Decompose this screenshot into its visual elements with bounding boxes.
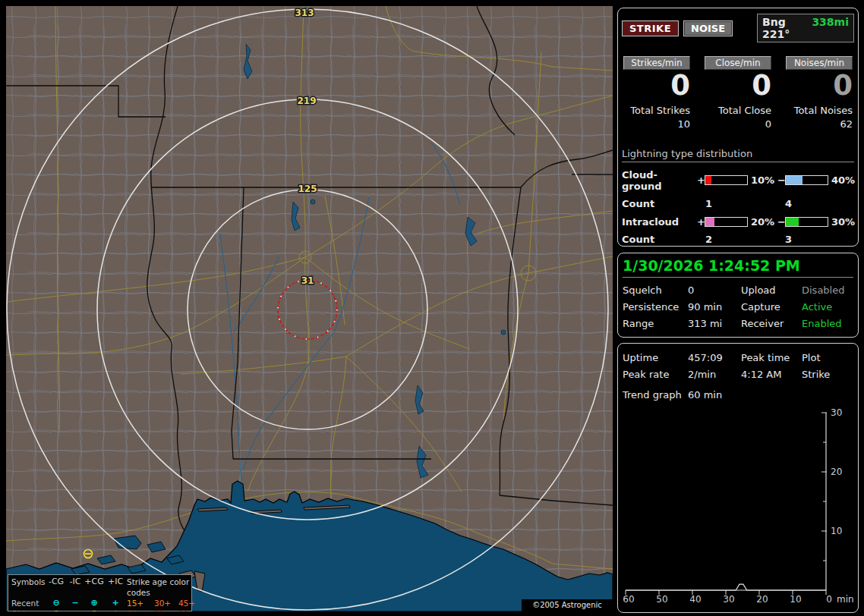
neg-cg-count: 4 xyxy=(785,198,792,209)
intracloud-label: Intracloud xyxy=(622,216,697,228)
strikes-per-min-button[interactable]: Strikes/min xyxy=(623,56,690,70)
intracloud-row: Intracloud + 20% − 30% xyxy=(622,216,858,228)
legend-row-old-label: Old xyxy=(11,608,46,611)
legend-col-neg-ic: -IC xyxy=(66,577,84,598)
settings-row: Squelch 0 Upload Disabled xyxy=(623,284,853,296)
distribution-title: Lightning type distribution xyxy=(622,148,854,162)
noise-mode-button[interactable]: NOISE xyxy=(683,20,733,36)
map-display[interactable]: 313 219 125 31 Symbols -CG -IC +CG +IC S… xyxy=(6,6,613,611)
plus-sign: + xyxy=(697,174,705,186)
capture-label: Capture xyxy=(741,301,802,313)
strikes-per-min-value: 0 xyxy=(623,71,690,101)
receiver-status: Enabled xyxy=(802,318,842,329)
total-close-value: 0 xyxy=(705,118,771,130)
trend-x-tick-label: 10 xyxy=(790,594,801,605)
copyright-text: ©2005 Astrogenic Systems xyxy=(522,599,613,611)
settings-row: Range 313 mi Receiver Enabled xyxy=(623,318,853,329)
pos-cg-count: 1 xyxy=(705,198,785,209)
ring-label-313: 313 xyxy=(295,8,314,18)
trend-graph-label: Trend graph xyxy=(623,389,688,401)
squelch-label: Squelch xyxy=(623,284,688,296)
neg-ic-bar xyxy=(785,217,828,227)
minus-sign: − xyxy=(777,216,785,228)
close-per-min-value: 0 xyxy=(705,71,771,101)
neg-ic-old-icon: − xyxy=(66,608,84,611)
total-close-label: Total Close xyxy=(705,105,771,116)
range-label: Range xyxy=(623,318,688,329)
legend-symbols-header: Symbols xyxy=(11,577,46,598)
trend-x-tick-label: 50 xyxy=(656,594,667,605)
settings-row: Persistence 90 min Capture Active xyxy=(623,301,853,313)
datetime-display: 1/30/2026 1:24:52 PM xyxy=(623,257,853,278)
trend-x-tick-label: 60 xyxy=(623,594,634,605)
trend-x-tick-label: 40 xyxy=(689,594,701,605)
upload-label: Upload xyxy=(741,284,802,296)
plot-type-value: Strike xyxy=(802,369,830,380)
pos-cg-recent-icon: ⊕ xyxy=(84,598,104,608)
noises-per-min-button[interactable]: Noises/min xyxy=(786,56,853,70)
bearing-value: Bng 221° xyxy=(762,16,804,40)
neg-ic-recent-icon: − xyxy=(66,598,84,608)
trend-x-tick-label: 30 xyxy=(723,594,734,605)
map-legend: Symbols -CG -IC +CG +IC Strike age color… xyxy=(8,574,192,611)
legend-col-neg-cg: -CG xyxy=(46,577,66,598)
total-strikes-value: 10 xyxy=(623,118,690,130)
age-45: 45+ xyxy=(178,598,201,608)
legend-row-recent-label: Recent xyxy=(11,598,46,608)
strike-mode-button[interactable]: STRIKE xyxy=(622,20,679,36)
trend-y-tick-label: 20 xyxy=(831,467,842,477)
total-noises-value: 62 xyxy=(786,118,853,130)
neg-ic-percent: 30% xyxy=(828,216,858,228)
pos-ic-percent: 20% xyxy=(748,216,777,228)
range-value: 313 mi xyxy=(688,318,741,329)
plot-label: Plot xyxy=(802,352,821,363)
total-noises-label: Total Noises xyxy=(786,105,853,116)
count-label: Count xyxy=(622,234,705,245)
count-label: Count xyxy=(622,198,705,209)
minus-sign: − xyxy=(777,174,785,186)
plus-sign: + xyxy=(697,216,705,228)
neg-cg-old-icon: ⊖ xyxy=(46,608,66,611)
age-90: 90+ xyxy=(178,608,201,611)
cloud-ground-count-row: Count 1 4 xyxy=(622,198,858,209)
trend-y-tick-label: 30 xyxy=(831,407,842,418)
legend-col-pos-cg: +CG xyxy=(84,577,104,598)
total-strikes-label: Total Strikes xyxy=(623,105,690,116)
close-per-min-button[interactable]: Close/min xyxy=(705,56,771,70)
squelch-value: 0 xyxy=(688,284,741,296)
cloud-ground-row: Cloud-ground + 10% − 40% xyxy=(622,169,858,192)
noises-counter: Noises/min 0 Total Noises 62 xyxy=(786,56,853,130)
intracloud-count-row: Count 2 3 xyxy=(622,234,858,245)
strikes-counter: Strikes/min 0 Total Strikes 10 xyxy=(623,56,690,130)
age-30: 30+ xyxy=(154,598,178,608)
ring-label-125: 125 xyxy=(298,184,317,194)
neg-cg-bar xyxy=(785,175,828,185)
capture-status: Active xyxy=(802,301,832,313)
uptime-value: 457:09 xyxy=(688,352,741,363)
ring-label-31: 31 xyxy=(301,275,314,286)
peak-rate-label: Peak rate xyxy=(623,369,688,380)
neg-cg-percent: 40% xyxy=(828,174,858,186)
upload-status: Disabled xyxy=(802,284,844,296)
pos-ic-recent-icon: + xyxy=(104,598,127,608)
peak-time-value: 4:12 AM xyxy=(741,369,802,380)
pos-ic-bar xyxy=(705,217,748,227)
stats-row: Peak rate 2/min 4:12 AM Strike xyxy=(623,369,853,380)
pos-cg-bar xyxy=(705,175,748,185)
trend-graph-value: 60 min xyxy=(688,389,741,401)
trend-x-tick-label: 0 xyxy=(826,594,832,605)
uptime-label: Uptime xyxy=(623,352,688,363)
trend-y-tick-label: 10 xyxy=(831,526,842,536)
peak-time-label: Peak time xyxy=(741,352,802,363)
ring-label-219: 219 xyxy=(297,96,316,106)
age-15: 15+ xyxy=(127,598,154,608)
close-counter: Close/min 0 Total Close 0 xyxy=(705,56,771,130)
trend-graph-row: Trend graph 60 min xyxy=(623,389,853,401)
cloud-ground-label: Cloud-ground xyxy=(622,169,697,192)
noises-per-min-value: 0 xyxy=(786,71,853,101)
legend-col-pos-ic: +IC xyxy=(104,577,127,598)
age-60: 60+ xyxy=(127,608,154,611)
status-panel: 1/30/2026 1:24:52 PM Squelch 0 Upload Di… xyxy=(617,253,859,338)
receiver-label: Receiver xyxy=(741,318,802,329)
strike-counters-panel: STRIKE NOISE Bng 221° 338mi Strikes/min … xyxy=(617,8,859,247)
